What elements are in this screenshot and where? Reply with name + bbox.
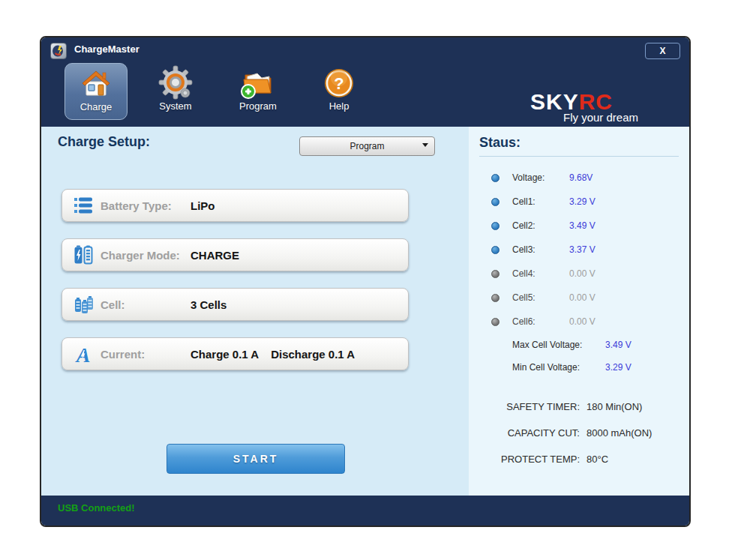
status-value: 3.49 V: [569, 220, 596, 231]
status-label: Voltage:: [512, 172, 569, 183]
current-button[interactable]: A Current: Charge 0.1 A Discharge 0.1 A: [62, 337, 409, 370]
tab-charge[interactable]: Charge: [64, 63, 128, 120]
help-icon: ?: [320, 64, 358, 102]
window-title: ChargeMaster: [74, 43, 140, 55]
cell-icon: [72, 293, 94, 316]
skyrc-logo-text: SKYRC: [530, 91, 638, 112]
current-icon: A: [72, 343, 94, 365]
status-value: 0.00 V: [569, 316, 596, 327]
status-rows: Voltage: 9.68V Cell1: 3.29 V Cell2: 3.49…: [469, 166, 691, 334]
capacity-cut-row: CAPACITY CUT: 8000 mAh(ON): [469, 420, 691, 446]
status-row-cell4: Cell4: 0.00 V: [469, 262, 691, 286]
status-row-cell2: Cell2: 3.49 V: [469, 214, 691, 238]
battery-type-value: LiPo: [190, 199, 215, 212]
protect-temp-label: PROTECT TEMP:: [469, 454, 580, 465]
status-label: Cell4:: [512, 268, 569, 279]
safety-timer-value: 180 Min(ON): [586, 401, 642, 412]
charger-mode-value: CHARGE: [190, 249, 239, 262]
min-cell-voltage-label: Min Cell Voltage:: [512, 362, 605, 373]
cell-button[interactable]: Cell: 3 Cells: [62, 288, 409, 321]
tab-program[interactable]: Program: [226, 63, 290, 120]
status-value: 0.00 V: [569, 292, 596, 303]
tab-system[interactable]: System: [144, 63, 207, 120]
charger-device-icon: [51, 43, 66, 58]
chargemaster-window: ChargeMaster X Charge: [40, 36, 691, 527]
capacity-cut-label: CAPACITY CUT:: [469, 427, 580, 439]
protection-settings: SAFETY TIMER: 180 Min(ON) CAPACITY CUT: …: [469, 394, 691, 472]
chevron-down-icon: [422, 143, 428, 147]
safety-timer-row: SAFETY TIMER: 180 Min(ON): [469, 394, 691, 420]
cell-label: Cell:: [100, 298, 190, 311]
bullet-icon: [491, 294, 500, 302]
charger-mode-label: Charger Mode:: [100, 249, 190, 262]
title-bar: ChargeMaster X: [41, 37, 689, 61]
home-icon: [77, 65, 115, 103]
status-value: 3.37 V: [569, 244, 596, 255]
program-dropdown[interactable]: Program: [299, 136, 435, 156]
status-row-cell3: Cell3: 3.37 V: [469, 238, 691, 262]
current-discharge-value: Discharge 0.1 A: [271, 348, 355, 361]
status-panel: Staus: Voltage: 9.68V Cell1: 3.29 V Cell…: [469, 127, 691, 496]
charge-setup-panel: Charge Setup: Program Battery Type: LiPo: [41, 127, 469, 496]
status-row-cell1: Cell1: 3.29 V: [469, 190, 691, 214]
status-value: 9.68V: [569, 172, 592, 183]
svg-text:?: ?: [334, 74, 344, 93]
protect-temp-value: 80°C: [586, 454, 608, 465]
current-label: Current:: [100, 348, 190, 361]
logo-tagline: Fly your dream: [563, 111, 638, 124]
bullet-icon: [491, 198, 500, 206]
min-cell-voltage-row: Min Cell Voltage: 3.29 V: [469, 356, 691, 379]
battery-type-button[interactable]: Battery Type: LiPo: [62, 189, 409, 222]
footer-bar: USB Connected!: [41, 496, 689, 527]
status-value: 3.29 V: [569, 196, 596, 207]
status-row-voltage: Voltage: 9.68V: [469, 166, 691, 190]
status-row-cell5: Cell5: 0.00 V: [469, 286, 691, 310]
bullet-icon: [491, 246, 500, 254]
usb-status-text: USB Connected!: [58, 502, 135, 514]
tab-help-label: Help: [329, 100, 350, 112]
max-cell-voltage-row: Max Cell Voltage: 3.49 V: [469, 334, 691, 356]
max-cell-voltage-label: Max Cell Voltage:: [512, 340, 605, 350]
header: ChargeMaster X Charge: [41, 37, 689, 127]
status-label: Cell6:: [512, 316, 569, 327]
status-value: 0.00 V: [569, 268, 596, 279]
status-heading: Staus:: [479, 135, 677, 151]
charger-mode-button[interactable]: Charger Mode: CHARGE: [62, 238, 409, 271]
tab-help[interactable]: ? Help: [308, 63, 370, 120]
bullet-icon: [491, 222, 500, 230]
bullet-icon: [491, 174, 500, 182]
status-label: Cell1:: [512, 196, 569, 207]
max-cell-voltage-value: 3.49 V: [605, 340, 632, 350]
gear-icon: [157, 64, 194, 102]
battery-type-icon: [72, 194, 94, 217]
folder-icon: [239, 64, 277, 102]
bullet-icon: [491, 318, 500, 326]
protect-temp-row: PROTECT TEMP: 80°C: [469, 446, 691, 472]
skyrc-logo: SKYRC Fly your dream: [530, 91, 638, 124]
status-label: Cell2:: [512, 220, 569, 231]
tab-system-label: System: [159, 100, 191, 112]
capacity-cut-value: 8000 mAh(ON): [586, 427, 652, 439]
close-button[interactable]: X: [645, 43, 680, 59]
tab-program-label: Program: [239, 100, 277, 112]
status-row-cell6: Cell6: 0.00 V: [469, 310, 691, 334]
bullet-icon: [491, 270, 500, 278]
safety-timer-label: SAFETY TIMER:: [469, 401, 580, 412]
toolbar: Charge: [41, 61, 689, 127]
current-charge-value: Charge 0.1 A: [190, 348, 259, 361]
battery-type-label: Battery Type:: [100, 199, 190, 212]
status-label: Cell5:: [512, 292, 569, 303]
min-cell-voltage-value: 3.29 V: [605, 362, 632, 373]
main-area: Charge Setup: Program Battery Type: LiPo: [41, 127, 689, 496]
charge-setup-heading: Charge Setup:: [58, 134, 150, 150]
tab-charge-label: Charge: [80, 101, 112, 112]
cell-value: 3 Cells: [190, 298, 226, 311]
status-divider: [479, 156, 679, 157]
program-dropdown-value: Program: [350, 141, 384, 151]
start-button[interactable]: START: [166, 444, 345, 474]
charger-mode-icon: [72, 244, 94, 266]
app-icon: [50, 43, 67, 59]
status-label: Cell3:: [512, 244, 569, 255]
